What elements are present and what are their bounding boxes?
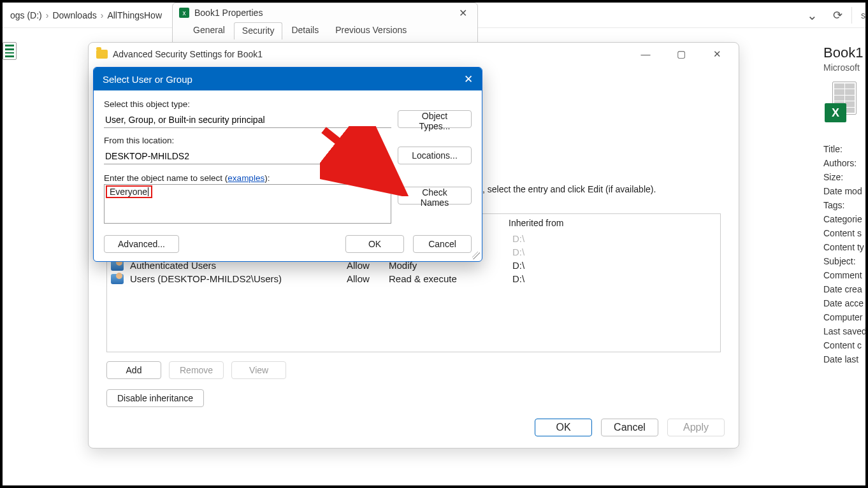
resize-grip-icon[interactable]: [472, 252, 480, 259]
column-inherited-from: Inherited from: [509, 218, 611, 228]
close-icon[interactable]: ✕: [703, 48, 731, 60]
tab-general[interactable]: General: [185, 22, 233, 39]
details-property: Comment: [823, 270, 865, 280]
details-property: Categorie: [823, 214, 865, 224]
file-thumbnail[interactable]: [3, 42, 28, 112]
details-property: Tags:: [823, 200, 865, 210]
window-title: Advanced Security Settings for Book1: [113, 49, 263, 59]
properties-dialog-title: Book1 Properties: [194, 8, 263, 18]
file-type-icon: X: [823, 82, 859, 127]
close-icon[interactable]: ✕: [464, 73, 473, 86]
ok-button[interactable]: OK: [535, 419, 592, 436]
view-button[interactable]: View: [231, 361, 286, 379]
details-property: Size:: [823, 172, 865, 182]
details-property: Date mod: [823, 186, 865, 196]
details-subtitle: Microsoft: [823, 62, 865, 73]
remove-button[interactable]: Remove: [169, 361, 224, 379]
highlight-box: Everyone: [106, 185, 152, 198]
maximize-icon[interactable]: ▢: [667, 48, 695, 60]
ok-button[interactable]: OK: [345, 235, 404, 253]
details-property: Authors:: [823, 158, 865, 168]
close-icon[interactable]: ✕: [455, 7, 471, 19]
cancel-button[interactable]: Cancel: [413, 235, 472, 253]
details-property: Subject:: [823, 256, 865, 266]
object-types-button[interactable]: Object Types...: [398, 110, 472, 128]
inherited-from-value: D:\: [512, 260, 614, 271]
details-property: Date crea: [823, 284, 865, 294]
object-name-input[interactable]: Everyone: [104, 184, 391, 224]
excel-icon: x: [179, 8, 189, 18]
users-icon: [111, 274, 124, 284]
breadcrumb-item[interactable]: Downloads: [48, 10, 100, 20]
minimize-icon[interactable]: —: [632, 48, 660, 60]
details-property: Content ty: [823, 242, 865, 252]
apply-button[interactable]: Apply: [667, 419, 725, 436]
advanced-button[interactable]: Advanced...: [104, 235, 179, 253]
locations-button[interactable]: Locations...: [398, 147, 472, 164]
object-type-field: [104, 112, 391, 128]
permission-entry-row[interactable]: Users (DESKTOP-MHILDS2\Users) Allow Read…: [107, 272, 720, 285]
check-names-button[interactable]: Check Names: [398, 187, 472, 205]
details-property: Computer: [823, 312, 865, 322]
details-property: Date acce: [823, 298, 865, 308]
tab-previous-versions[interactable]: Previous Versions: [328, 22, 414, 39]
location-label: From this location:: [104, 136, 472, 145]
search-icon[interactable]: s: [852, 10, 865, 20]
breadcrumb-item[interactable]: ogs (D:): [6, 10, 46, 20]
inherited-from-value: D:\: [512, 233, 614, 244]
details-property: Title:: [823, 144, 865, 154]
details-property-list: Title: Authors: Size: Date mod Tags: Cat…: [823, 144, 865, 364]
details-title: Book1: [823, 45, 865, 61]
location-field: [104, 148, 391, 164]
permission-access: Read & execute: [389, 273, 512, 284]
details-property: Date last: [823, 354, 865, 364]
select-user-or-group-dialog: Select User or Group ✕ Select this objec…: [93, 67, 482, 262]
details-property: Content c: [823, 340, 865, 350]
details-property: Content s: [823, 228, 865, 238]
cancel-button[interactable]: Cancel: [601, 419, 658, 436]
history-dropdown-icon[interactable]: ⌄: [800, 8, 824, 23]
breadcrumb-item[interactable]: AllThingsHow: [103, 10, 166, 20]
excel-mark-icon: X: [825, 103, 846, 122]
properties-dialog: x Book1 Properties ✕ General Security De…: [172, 3, 478, 43]
folder-icon: [96, 50, 108, 59]
refresh-icon[interactable]: ⟳: [824, 8, 851, 22]
details-pane: Book1 Microsoft X Title: Authors: Size: …: [820, 38, 865, 364]
principal-name: Users (DESKTOP-MHILDS2\Users): [130, 273, 347, 284]
inherited-from-value: D:\: [512, 273, 614, 284]
object-type-label: Select this object type:: [104, 99, 472, 109]
add-button[interactable]: Add: [106, 361, 161, 379]
permission-hint-text: , select the entry and click Edit (if av…: [482, 184, 721, 194]
inherited-from-value: D:\: [512, 247, 614, 257]
disable-inheritance-button[interactable]: Disable inheritance: [106, 389, 204, 407]
details-property: Last saved: [823, 326, 865, 336]
object-name-label: Enter the object name to select (example…: [104, 173, 472, 183]
permission-type: Allow: [347, 273, 389, 284]
tab-security[interactable]: Security: [234, 22, 283, 39]
tab-details[interactable]: Details: [284, 22, 326, 39]
dialog-title: Select User or Group: [103, 74, 192, 85]
examples-link[interactable]: examples: [228, 173, 264, 183]
